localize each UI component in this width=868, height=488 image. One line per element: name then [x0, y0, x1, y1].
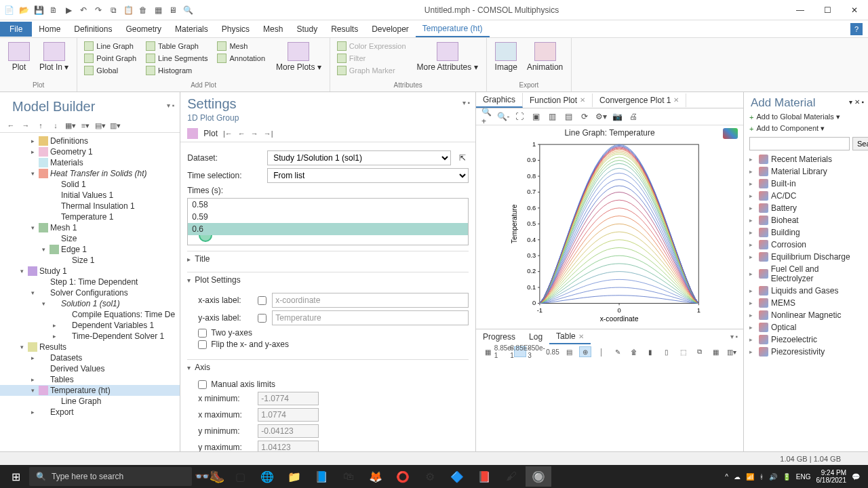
qat-undo-icon[interactable]: ↶: [77, 4, 90, 16]
plot-button[interactable]: Plot: [5, 41, 33, 73]
zoom-box-icon[interactable]: ▣: [530, 111, 541, 122]
tree-temperature--ht-[interactable]: ▾Temperature (ht): [0, 385, 180, 396]
tree-compile-equations--time-de[interactable]: Compile Equations: Time De: [0, 309, 180, 320]
material-fuelcellandelectrolyzer[interactable]: ▸Fuel Cell and Electrolyzer: [744, 263, 868, 285]
qat-copy-icon[interactable]: ⧉: [107, 4, 119, 16]
help-button[interactable]: ?: [850, 23, 863, 35]
btab-progress[interactable]: Progress: [476, 330, 522, 344]
close-icon[interactable]: ✕: [580, 96, 585, 104]
bluetooth-icon[interactable]: ᚼ: [760, 473, 764, 481]
time-selection-select[interactable]: From list: [267, 168, 469, 183]
material-equilibriumdischarge[interactable]: ▸Equilibrium Discharge: [744, 251, 868, 263]
xaxis-input[interactable]: [272, 293, 469, 308]
material-search-input[interactable]: [749, 137, 850, 150]
qat-saveas-icon[interactable]: 🗎: [47, 4, 60, 16]
tree-temperature-1[interactable]: Temperature 1: [0, 211, 180, 222]
plot-in-button[interactable]: Plot In ▾: [37, 41, 71, 73]
panel-ctrl-icon[interactable]: ▾ ▪: [730, 333, 743, 340]
last-icon[interactable]: →|: [264, 129, 273, 138]
qat-paste-icon[interactable]: 📋: [122, 4, 134, 16]
camera-icon[interactable]: 📷: [612, 111, 623, 122]
more-plots-button[interactable]: More Plots ▾: [273, 41, 324, 76]
material-search-button[interactable]: Search: [852, 137, 868, 150]
material-optical[interactable]: ▸Optical: [744, 321, 868, 333]
vscode-icon[interactable]: 🔷: [444, 466, 470, 487]
qat-redo-icon[interactable]: ↷: [92, 4, 104, 16]
table-tool-1[interactable]: 8.85e-1: [498, 346, 510, 357]
taskbar-search[interactable]: 🔍 Type here to search: [29, 467, 192, 486]
tree-size[interactable]: Size: [0, 233, 180, 244]
xmax-input[interactable]: [258, 408, 319, 422]
clock[interactable]: 9:24 PM 6/18/2021: [816, 469, 847, 484]
animation-button[interactable]: Animation: [524, 41, 566, 73]
table-tool-10[interactable]: ▮: [644, 346, 656, 357]
filter-icon[interactable]: ▥▾: [110, 120, 121, 131]
table-tool-2[interactable]: 8.85E-1: [514, 346, 526, 357]
ribbon-linesegments[interactable]: Line Segments: [144, 53, 209, 64]
ribbon-histogram[interactable]: Histogram: [144, 65, 209, 76]
first-icon[interactable]: |←: [223, 129, 233, 138]
table-tool-0[interactable]: ▦: [481, 346, 494, 357]
settings-gear-icon[interactable]: ⚙▾: [595, 111, 606, 122]
btab-log[interactable]: Log: [522, 330, 549, 344]
table-tool-15[interactable]: ▥▾: [726, 346, 738, 357]
section-axis[interactable]: ▾Axis: [187, 359, 469, 375]
tree-initial-values-1[interactable]: Initial Values 1: [0, 190, 180, 201]
material-acdc[interactable]: ▸AC/DC: [744, 190, 868, 202]
manual-limits-checkbox[interactable]: [198, 380, 207, 389]
nav-down-icon[interactable]: ↓: [50, 120, 61, 131]
paint-icon[interactable]: 🖌: [498, 466, 524, 487]
cloud-icon[interactable]: ☁: [734, 473, 741, 481]
section-title[interactable]: ▸Title: [187, 251, 469, 266]
tree-geometry-1[interactable]: ▸Geometry 1: [0, 146, 180, 157]
xmin-input[interactable]: [258, 392, 319, 405]
tree-study-1[interactable]: ▾Study 1: [0, 266, 180, 277]
panel-close-icon[interactable]: ▾ ✕ ▪: [849, 98, 868, 106]
ribbon-linegraph[interactable]: Line Graph: [83, 41, 138, 52]
material-bioheat[interactable]: ▸Bioheat: [744, 214, 868, 226]
word-icon[interactable]: 📘: [309, 466, 334, 487]
comsol-icon[interactable]: 🔘: [526, 466, 551, 487]
section-plot-settings[interactable]: ▾Plot Settings: [187, 272, 469, 287]
two-y-checkbox[interactable]: [198, 329, 207, 338]
ymin-input[interactable]: [258, 424, 319, 438]
ribbon-pointgraph[interactable]: Point Graph: [83, 53, 138, 64]
menu-file[interactable]: File: [0, 22, 32, 37]
material-piezoelectric[interactable]: ▸Piezoelectric: [744, 333, 868, 346]
ribbon-mesh[interactable]: Mesh: [216, 41, 267, 52]
xaxis-checkbox[interactable]: [258, 296, 267, 305]
time-option[interactable]: 0.58: [188, 199, 468, 211]
tree-datasets[interactable]: ▸Datasets: [0, 352, 180, 363]
add-to-globals[interactable]: +Add to Global Materials ▾: [744, 111, 868, 123]
table-tool-12[interactable]: ⬚: [677, 346, 689, 357]
explorer-icon[interactable]: 📁: [281, 466, 307, 487]
qat-run-icon[interactable]: ▶: [62, 4, 75, 16]
menu-mesh[interactable]: Mesh: [256, 22, 290, 37]
ribbon-annotation[interactable]: Annotation: [216, 53, 267, 64]
material-mems[interactable]: ▸MEMS: [744, 297, 868, 309]
grid-y-icon[interactable]: ▤: [563, 111, 574, 122]
material-builtin[interactable]: ▸Built-in: [744, 178, 868, 190]
menu-temperatureht[interactable]: Temperature (ht): [416, 21, 490, 37]
show-icon[interactable]: ▦▾: [65, 120, 76, 131]
table-tool-4[interactable]: 0.85: [547, 346, 559, 357]
tab-graphics[interactable]: Graphics: [476, 93, 523, 108]
table-tool-8[interactable]: ✎: [612, 346, 624, 357]
tree-solver-configurations[interactable]: ▾Solver Configurations: [0, 287, 180, 298]
table-tool-9[interactable]: 🗑: [628, 346, 640, 357]
tree-line-graph[interactable]: Line Graph: [0, 396, 180, 407]
tree-dependent-variables-1[interactable]: ▸Dependent Variables 1: [0, 320, 180, 331]
tree-step-1--time-dependent[interactable]: Step 1: Time Dependent: [0, 277, 180, 287]
menu-geometry[interactable]: Geometry: [119, 22, 168, 37]
image-button[interactable]: Image: [492, 41, 520, 73]
btab-table[interactable]: Table✕: [549, 329, 591, 344]
start-button[interactable]: ⊞: [3, 466, 28, 487]
zoom-out-icon[interactable]: 🔍-: [498, 111, 509, 122]
tree-solid-1[interactable]: Solid 1: [0, 179, 180, 190]
expand-icon[interactable]: ▤▾: [95, 120, 106, 131]
flip-checkbox[interactable]: [198, 340, 207, 349]
tab-convergenceplot[interactable]: Convergence Plot 1✕: [593, 94, 686, 107]
prev-icon[interactable]: ←: [238, 129, 245, 138]
material-corrosion[interactable]: ▸Corrosion: [744, 239, 868, 251]
panel-collapse-icon[interactable]: ▾ ▪: [462, 99, 475, 106]
